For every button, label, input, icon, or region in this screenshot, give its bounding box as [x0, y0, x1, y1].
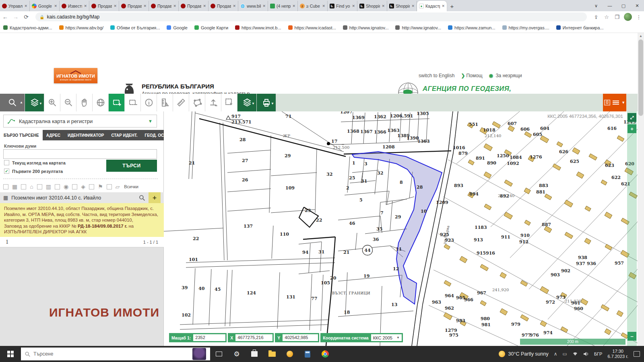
- measure-distance-tool-button[interactable]: [173, 94, 189, 111]
- tray-expand-icon[interactable]: ∧: [554, 351, 557, 357]
- volume-icon[interactable]: [583, 352, 589, 356]
- print-tool-button[interactable]: ▼: [257, 94, 276, 111]
- browser-tab[interactable]: b.Shoppin✕: [387, 1, 417, 11]
- scheme-filter-checkbox[interactable]: [37, 184, 42, 189]
- browser-tab[interactable]: Продава✕: [149, 1, 179, 11]
- bookmark-item[interactable]: https://www.zamun...: [448, 25, 495, 30]
- search-button[interactable]: ТЪРСИ: [106, 160, 157, 172]
- zoom-in-tool-button[interactable]: [44, 94, 60, 111]
- tray-display-icon[interactable]: ▭: [563, 351, 567, 357]
- map-service-dropdown[interactable]: Кадастрална карта и регистри ▼: [3, 115, 157, 128]
- settings-button[interactable]: ⚙: [228, 346, 246, 362]
- tab-close-icon[interactable]: ✕: [173, 4, 176, 8]
- app-ball-button[interactable]: [281, 346, 299, 362]
- tab-close-icon[interactable]: ✕: [233, 4, 236, 8]
- minimize-icon[interactable]: —: [603, 3, 617, 8]
- expand-icon[interactable]: ⤢: [627, 113, 636, 122]
- bookmark-item[interactable]: https://www.abv.bg/: [59, 25, 104, 30]
- parcel-filter-checkbox[interactable]: [3, 184, 8, 189]
- reading-list-icon[interactable]: ❐: [612, 14, 622, 20]
- overview-tool-button[interactable]: [93, 94, 109, 111]
- tab-close-icon[interactable]: ✕: [24, 4, 27, 8]
- tab-close-icon[interactable]: ✕: [442, 4, 445, 8]
- avatar[interactable]: [624, 13, 632, 21]
- tab-close-icon[interactable]: ✕: [114, 4, 117, 8]
- scroll-up-icon[interactable]: ▲: [638, 33, 644, 39]
- menu-kebab-icon[interactable]: ⋮: [634, 14, 644, 20]
- browser-tab[interactable]: (4 непро✕: [268, 1, 298, 11]
- browser-tab[interactable]: Управле✕: [0, 1, 30, 11]
- browser-tab[interactable]: ●Кадастр✕: [417, 1, 447, 11]
- pan-tool-button[interactable]: [76, 94, 93, 111]
- start-button[interactable]: [0, 346, 21, 362]
- search-tab-адрес[interactable]: АДРЕС: [43, 130, 64, 140]
- new-tab-button[interactable]: +: [447, 1, 457, 11]
- browser-tab[interactable]: b.Find you✕: [328, 1, 357, 11]
- scrollbar[interactable]: ▲: [638, 33, 644, 346]
- building-filter-checkbox[interactable]: [21, 184, 26, 189]
- bookmark-item[interactable]: Интернет банкира...: [556, 25, 604, 30]
- visible-layers-tool-button[interactable]: 0▼: [237, 94, 257, 111]
- x-coordinate-input[interactable]: 4677275,216: [235, 334, 272, 341]
- taskbar-search[interactable]: Търсене: [21, 348, 210, 360]
- current-view-checkbox[interactable]: Текущ изглед на картата: [4, 160, 66, 165]
- maximize-icon[interactable]: ▢: [617, 3, 630, 8]
- bookmark-item[interactable]: Google: [167, 25, 187, 30]
- calculator-button[interactable]: [299, 346, 316, 362]
- add-to-cart-icon[interactable]: +: [149, 192, 161, 203]
- y-coordinate-input[interactable]: 402542,985: [283, 334, 318, 341]
- forward-icon[interactable]: →: [10, 14, 21, 20]
- map-canvas[interactable]: 71917213.571ЖР17212.50028212726293210923…: [164, 111, 638, 346]
- layer-filter-checkbox[interactable]: [72, 184, 77, 189]
- browser-tab[interactable]: 2≥ Cube✕: [298, 1, 328, 11]
- zoom-out-tool-button[interactable]: [60, 94, 76, 111]
- notification-center-icon[interactable]: [634, 351, 640, 357]
- task-view-button[interactable]: [210, 346, 228, 362]
- measure-polygon-tool-button[interactable]: [189, 94, 205, 111]
- zoom-out-button[interactable]: −: [627, 332, 636, 341]
- store-button[interactable]: [246, 346, 263, 362]
- chrome-button[interactable]: [316, 346, 334, 362]
- tab-close-icon[interactable]: ✕: [143, 4, 147, 8]
- bookmark-item[interactable]: https://www.icadast...: [288, 25, 336, 30]
- tab-close-icon[interactable]: ✕: [203, 4, 206, 8]
- browser-tab[interactable]: Известия✕: [60, 1, 89, 11]
- switch-language-link[interactable]: switch to English: [419, 73, 454, 78]
- search-tab-идентификатор[interactable]: ИДЕНТИФИКАТОР: [64, 130, 107, 140]
- bookmark-item[interactable]: https://my.overgas....: [502, 25, 549, 30]
- bookmark-item[interactable]: https://www.imot.b...: [235, 25, 281, 30]
- tab-close-icon[interactable]: ✕: [411, 4, 415, 8]
- bookmark-item[interactable]: Обяви от България...: [110, 25, 160, 30]
- language-indicator[interactable]: БГР: [594, 352, 603, 356]
- browser-tab[interactable]: Продава✕: [179, 1, 208, 11]
- layers-tool-button[interactable]: ▼: [25, 94, 44, 111]
- bookmark-item[interactable]: Google Карти: [194, 25, 228, 30]
- tab-close-icon[interactable]: ✕: [84, 4, 87, 8]
- close-icon[interactable]: ✕: [630, 3, 644, 8]
- zoom-in-button[interactable]: +: [627, 124, 636, 133]
- bookmark-item[interactable]: Кадастрално-адми...: [3, 25, 52, 30]
- tab-close-icon[interactable]: ✕: [292, 4, 295, 8]
- zoom-window-tool-button[interactable]: [109, 94, 125, 111]
- browser-tab[interactable]: Продава✕: [119, 1, 149, 11]
- search-highlight-image[interactable]: [192, 348, 206, 360]
- back-icon[interactable]: ←: [0, 14, 10, 20]
- quick-search-tool-button[interactable]: ▲: [0, 94, 25, 111]
- share-icon[interactable]: ⇪: [591, 14, 601, 20]
- filter-all-label[interactable]: Всички: [124, 184, 138, 189]
- browser-tab[interactable]: Продава✕: [208, 1, 238, 11]
- point-filter-checkbox[interactable]: [55, 184, 60, 189]
- browser-tab[interactable]: Google✕: [30, 1, 60, 11]
- tab-close-icon[interactable]: ✕: [382, 4, 385, 8]
- cart-button[interactable]: 0 ▼: [603, 94, 626, 111]
- search-tab-бързо-търсене[interactable]: БЪРЗО ТЪРСЕНЕ: [0, 130, 43, 140]
- refresh-icon[interactable]: ⟳: [21, 14, 31, 20]
- info-tool-button[interactable]: [141, 94, 157, 111]
- measure-area-tool-button[interactable]: [157, 94, 173, 111]
- tab-close-icon[interactable]: ✕: [54, 4, 57, 8]
- result-header[interactable]: ▦ Поземлен имот 32010.44.10 с. Ивайло +: [0, 192, 164, 203]
- help-link[interactable]: ❯Помощ: [461, 73, 482, 78]
- file-explorer-button[interactable]: [263, 346, 281, 362]
- first-200-checkbox[interactable]: ✓Първите 200 резултата: [4, 169, 63, 174]
- url-field[interactable]: 🔒 kais.cadastre.bg/bg/Map: [35, 12, 587, 21]
